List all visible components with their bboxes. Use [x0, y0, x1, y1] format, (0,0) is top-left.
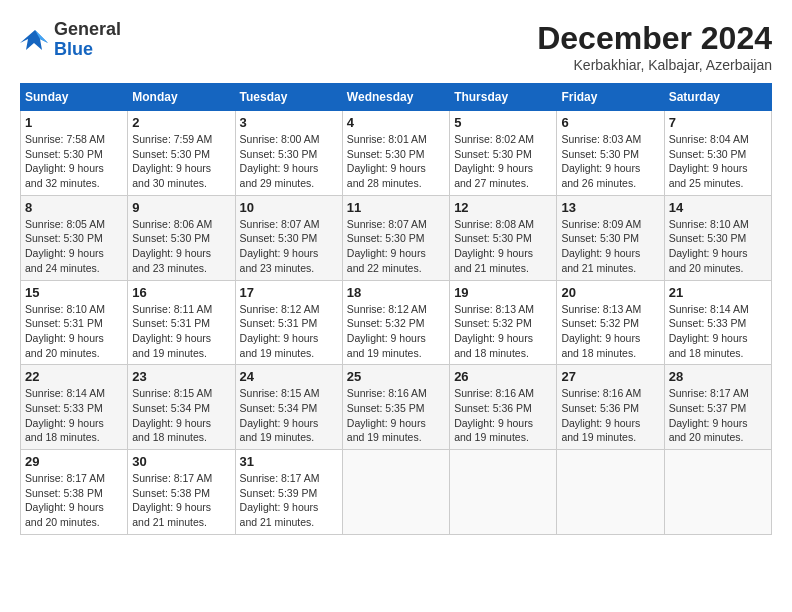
calendar-cell: 23Sunrise: 8:15 AMSunset: 5:34 PMDayligh… [128, 365, 235, 450]
day-info: Sunrise: 8:05 AMSunset: 5:30 PMDaylight:… [25, 217, 123, 276]
calendar-week-4: 22Sunrise: 8:14 AMSunset: 5:33 PMDayligh… [21, 365, 772, 450]
day-number: 31 [240, 454, 338, 469]
day-info: Sunrise: 8:10 AMSunset: 5:30 PMDaylight:… [669, 217, 767, 276]
calendar-body: 1Sunrise: 7:58 AMSunset: 5:30 PMDaylight… [21, 111, 772, 535]
calendar-cell: 30Sunrise: 8:17 AMSunset: 5:38 PMDayligh… [128, 450, 235, 535]
calendar-cell: 15Sunrise: 8:10 AMSunset: 5:31 PMDayligh… [21, 280, 128, 365]
day-info: Sunrise: 8:07 AMSunset: 5:30 PMDaylight:… [347, 217, 445, 276]
day-info: Sunrise: 8:06 AMSunset: 5:30 PMDaylight:… [132, 217, 230, 276]
title-block: December 2024 Kerbakhiar, Kalbajar, Azer… [537, 20, 772, 73]
day-number: 23 [132, 369, 230, 384]
day-info: Sunrise: 8:17 AMSunset: 5:38 PMDaylight:… [25, 471, 123, 530]
calendar-cell: 1Sunrise: 7:58 AMSunset: 5:30 PMDaylight… [21, 111, 128, 196]
month-year-title: December 2024 [537, 20, 772, 57]
day-info: Sunrise: 8:10 AMSunset: 5:31 PMDaylight:… [25, 302, 123, 361]
day-number: 27 [561, 369, 659, 384]
day-number: 5 [454, 115, 552, 130]
day-info: Sunrise: 8:13 AMSunset: 5:32 PMDaylight:… [561, 302, 659, 361]
day-info: Sunrise: 8:00 AMSunset: 5:30 PMDaylight:… [240, 132, 338, 191]
day-info: Sunrise: 8:16 AMSunset: 5:36 PMDaylight:… [454, 386, 552, 445]
weekday-header-wednesday: Wednesday [342, 84, 449, 111]
calendar-cell: 5Sunrise: 8:02 AMSunset: 5:30 PMDaylight… [450, 111, 557, 196]
calendar-cell: 13Sunrise: 8:09 AMSunset: 5:30 PMDayligh… [557, 195, 664, 280]
day-info: Sunrise: 7:59 AMSunset: 5:30 PMDaylight:… [132, 132, 230, 191]
day-number: 9 [132, 200, 230, 215]
day-number: 24 [240, 369, 338, 384]
page-header: General Blue December 2024 Kerbakhiar, K… [20, 20, 772, 73]
logo-icon [20, 25, 50, 55]
calendar-cell: 14Sunrise: 8:10 AMSunset: 5:30 PMDayligh… [664, 195, 771, 280]
day-number: 14 [669, 200, 767, 215]
day-info: Sunrise: 8:14 AMSunset: 5:33 PMDaylight:… [669, 302, 767, 361]
logo-text: General Blue [54, 20, 121, 60]
day-number: 11 [347, 200, 445, 215]
calendar-cell: 22Sunrise: 8:14 AMSunset: 5:33 PMDayligh… [21, 365, 128, 450]
weekday-header-monday: Monday [128, 84, 235, 111]
day-info: Sunrise: 8:09 AMSunset: 5:30 PMDaylight:… [561, 217, 659, 276]
logo: General Blue [20, 20, 121, 60]
calendar-cell [342, 450, 449, 535]
day-info: Sunrise: 8:08 AMSunset: 5:30 PMDaylight:… [454, 217, 552, 276]
day-info: Sunrise: 7:58 AMSunset: 5:30 PMDaylight:… [25, 132, 123, 191]
day-number: 2 [132, 115, 230, 130]
day-info: Sunrise: 8:14 AMSunset: 5:33 PMDaylight:… [25, 386, 123, 445]
day-number: 21 [669, 285, 767, 300]
day-number: 12 [454, 200, 552, 215]
day-number: 6 [561, 115, 659, 130]
calendar-cell: 21Sunrise: 8:14 AMSunset: 5:33 PMDayligh… [664, 280, 771, 365]
day-number: 18 [347, 285, 445, 300]
calendar-week-3: 15Sunrise: 8:10 AMSunset: 5:31 PMDayligh… [21, 280, 772, 365]
calendar-cell: 10Sunrise: 8:07 AMSunset: 5:30 PMDayligh… [235, 195, 342, 280]
calendar-cell: 27Sunrise: 8:16 AMSunset: 5:36 PMDayligh… [557, 365, 664, 450]
calendar-cell: 12Sunrise: 8:08 AMSunset: 5:30 PMDayligh… [450, 195, 557, 280]
calendar-cell: 29Sunrise: 8:17 AMSunset: 5:38 PMDayligh… [21, 450, 128, 535]
day-info: Sunrise: 8:15 AMSunset: 5:34 PMDaylight:… [132, 386, 230, 445]
calendar-cell: 3Sunrise: 8:00 AMSunset: 5:30 PMDaylight… [235, 111, 342, 196]
calendar-week-2: 8Sunrise: 8:05 AMSunset: 5:30 PMDaylight… [21, 195, 772, 280]
day-number: 19 [454, 285, 552, 300]
day-number: 8 [25, 200, 123, 215]
day-number: 16 [132, 285, 230, 300]
day-info: Sunrise: 8:16 AMSunset: 5:36 PMDaylight:… [561, 386, 659, 445]
weekday-header-tuesday: Tuesday [235, 84, 342, 111]
location-subtitle: Kerbakhiar, Kalbajar, Azerbaijan [537, 57, 772, 73]
calendar-cell: 20Sunrise: 8:13 AMSunset: 5:32 PMDayligh… [557, 280, 664, 365]
day-info: Sunrise: 8:15 AMSunset: 5:34 PMDaylight:… [240, 386, 338, 445]
day-number: 22 [25, 369, 123, 384]
calendar-cell [664, 450, 771, 535]
day-number: 3 [240, 115, 338, 130]
day-info: Sunrise: 8:16 AMSunset: 5:35 PMDaylight:… [347, 386, 445, 445]
calendar-cell: 8Sunrise: 8:05 AMSunset: 5:30 PMDaylight… [21, 195, 128, 280]
day-info: Sunrise: 8:07 AMSunset: 5:30 PMDaylight:… [240, 217, 338, 276]
day-number: 26 [454, 369, 552, 384]
day-info: Sunrise: 8:02 AMSunset: 5:30 PMDaylight:… [454, 132, 552, 191]
calendar-week-1: 1Sunrise: 7:58 AMSunset: 5:30 PMDaylight… [21, 111, 772, 196]
calendar-cell: 4Sunrise: 8:01 AMSunset: 5:30 PMDaylight… [342, 111, 449, 196]
calendar-cell: 19Sunrise: 8:13 AMSunset: 5:32 PMDayligh… [450, 280, 557, 365]
calendar-cell: 25Sunrise: 8:16 AMSunset: 5:35 PMDayligh… [342, 365, 449, 450]
day-number: 30 [132, 454, 230, 469]
calendar-cell: 2Sunrise: 7:59 AMSunset: 5:30 PMDaylight… [128, 111, 235, 196]
calendar-cell: 24Sunrise: 8:15 AMSunset: 5:34 PMDayligh… [235, 365, 342, 450]
calendar-cell: 16Sunrise: 8:11 AMSunset: 5:31 PMDayligh… [128, 280, 235, 365]
day-number: 13 [561, 200, 659, 215]
calendar-table: SundayMondayTuesdayWednesdayThursdayFrid… [20, 83, 772, 535]
calendar-cell [557, 450, 664, 535]
weekday-header-saturday: Saturday [664, 84, 771, 111]
day-number: 17 [240, 285, 338, 300]
calendar-cell: 18Sunrise: 8:12 AMSunset: 5:32 PMDayligh… [342, 280, 449, 365]
day-number: 20 [561, 285, 659, 300]
day-info: Sunrise: 8:11 AMSunset: 5:31 PMDaylight:… [132, 302, 230, 361]
day-number: 15 [25, 285, 123, 300]
day-info: Sunrise: 8:01 AMSunset: 5:30 PMDaylight:… [347, 132, 445, 191]
day-number: 10 [240, 200, 338, 215]
day-info: Sunrise: 8:03 AMSunset: 5:30 PMDaylight:… [561, 132, 659, 191]
day-info: Sunrise: 8:17 AMSunset: 5:37 PMDaylight:… [669, 386, 767, 445]
day-info: Sunrise: 8:04 AMSunset: 5:30 PMDaylight:… [669, 132, 767, 191]
calendar-cell: 9Sunrise: 8:06 AMSunset: 5:30 PMDaylight… [128, 195, 235, 280]
day-number: 28 [669, 369, 767, 384]
calendar-cell [450, 450, 557, 535]
calendar-cell: 17Sunrise: 8:12 AMSunset: 5:31 PMDayligh… [235, 280, 342, 365]
calendar-cell: 6Sunrise: 8:03 AMSunset: 5:30 PMDaylight… [557, 111, 664, 196]
day-info: Sunrise: 8:12 AMSunset: 5:31 PMDaylight:… [240, 302, 338, 361]
